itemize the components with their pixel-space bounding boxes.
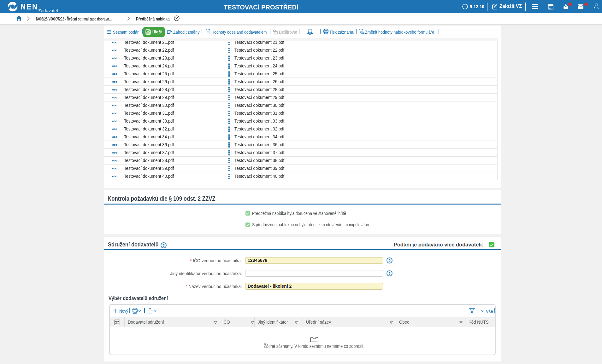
svg-text:?: ? (388, 271, 391, 275)
svg-text:?: ? (162, 243, 165, 247)
svg-text:?: ? (388, 258, 391, 263)
